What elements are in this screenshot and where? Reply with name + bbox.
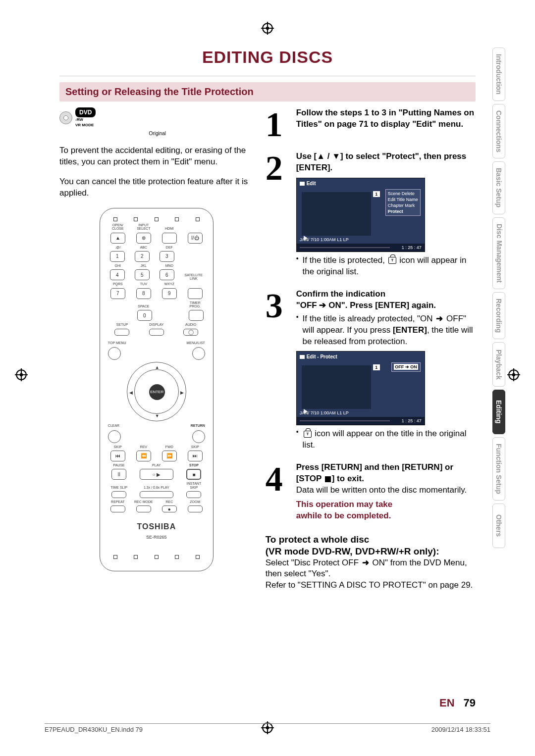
clear-label: CLEAR	[108, 423, 119, 428]
step-1: 1 Follow the steps 1 to 3 in "Putting Na…	[266, 107, 476, 142]
step-4-body: Data will be written onto the disc momen…	[296, 485, 476, 496]
step-3-note-2: icon will appear on the title in the ori…	[296, 428, 476, 451]
step-number: 1	[266, 107, 289, 142]
tab-introduction[interactable]: Introduction	[492, 48, 505, 101]
menu-list-button[interactable]	[192, 347, 205, 360]
content-area: EDITING DISCS Setting or Releasing the T…	[59, 48, 476, 591]
remote-control: OPEN/ CLOSE INPUT SELECT HDMI ▲ ⊕ I/⏻ .@…	[100, 208, 214, 571]
step-3-heading: Confirm the indication "OFF ➔ ON". Press…	[296, 289, 436, 310]
navigation-ring[interactable]: ENTER ▲ ▼ ◀ ▶	[127, 362, 186, 421]
toggle-value[interactable]: OFF ➔ ON	[394, 364, 418, 370]
stop-icon	[325, 476, 331, 482]
tab-basic-setup[interactable]: Basic Setup	[492, 161, 505, 214]
menu-item[interactable]: Edit Title Name	[388, 197, 418, 202]
whole-disc-heading: To protect a whole disc (VR mode DVD-RW,…	[266, 534, 476, 557]
tab-playback[interactable]: Playback	[492, 342, 505, 387]
registration-mark-icon	[15, 368, 28, 381]
footer-meta: E7PEAUD_DR430KU_EN.indd 79 2009/12/14 18…	[45, 723, 490, 733]
satellite-button[interactable]	[188, 288, 203, 299]
clear-button[interactable]	[108, 430, 121, 443]
step-2-note: If the title is protected, icon will app…	[296, 255, 476, 278]
speed-play-button[interactable]	[140, 491, 173, 498]
enter-button[interactable]: ENTER	[149, 384, 165, 400]
time-slip-button[interactable]	[111, 491, 126, 498]
edit-protect-screen: Edit - Protect 1 OFF ➔ ON JAN/ 7/10 1:00…	[296, 351, 425, 425]
return-label: RETURN	[191, 423, 205, 428]
tab-others[interactable]: Others	[492, 504, 505, 548]
up-triangle-icon: ▲	[317, 151, 325, 161]
play-button[interactable]: ○ ▶	[140, 469, 173, 480]
preview-thumb	[302, 365, 371, 409]
up-arrow-icon[interactable]: ▲	[155, 364, 160, 370]
tab-function-setup[interactable]: Function Setup	[492, 437, 505, 501]
instant-skip-button[interactable]	[186, 491, 201, 498]
keypad-6[interactable]: 6	[160, 269, 174, 280]
return-button[interactable]	[192, 430, 205, 443]
menu-item[interactable]: Scene Delete	[388, 191, 418, 197]
display-button[interactable]	[149, 329, 164, 336]
disc-icon	[59, 111, 72, 124]
keypad-9[interactable]: 9	[162, 288, 177, 299]
lock-icon	[304, 431, 312, 438]
pause-button[interactable]: II	[111, 469, 126, 480]
down-arrow-icon[interactable]: ▼	[155, 413, 160, 419]
menu-item[interactable]: Chapter Mark	[388, 202, 418, 208]
keypad-3[interactable]: 3	[160, 251, 174, 262]
page-number: EN79	[439, 697, 476, 709]
hdmi-button[interactable]	[162, 233, 177, 244]
menu-item-protect[interactable]: Protect	[388, 208, 418, 214]
top-menu-button[interactable]	[108, 347, 121, 360]
repeat-button[interactable]	[110, 505, 125, 512]
tab-editing[interactable]: Editing	[492, 390, 505, 434]
tab-recording[interactable]: Recording	[492, 292, 505, 339]
remote-label: HDMI	[160, 227, 179, 230]
step-4-heading: Press [RETURN] and then [RETURN] or [STO…	[296, 462, 453, 483]
keypad-7[interactable]: 7	[110, 288, 125, 299]
registration-mark-icon	[261, 22, 274, 35]
right-column: 1 Follow the steps 1 to 3 in "Putting Na…	[266, 107, 476, 591]
input-select-button[interactable]: ⊕	[136, 233, 151, 244]
keypad-8[interactable]: 8	[136, 288, 151, 299]
keypad-2[interactable]: 2	[135, 251, 150, 262]
skip-back-button[interactable]: ⏮	[110, 451, 125, 461]
audio-button[interactable]: ◯	[183, 329, 198, 336]
protect-toggle: OFF ➔ ON	[391, 362, 421, 371]
right-arrow-icon: ➜	[362, 557, 369, 569]
ui-title-text: Edit	[307, 180, 316, 187]
footer-file: E7PEAUD_DR430KU_EN.indd 79	[45, 726, 143, 733]
timer-prog-button[interactable]	[189, 310, 204, 321]
remote-model: SE-R0265	[105, 534, 208, 540]
title-index: 1	[373, 364, 380, 370]
ui-footer: JAN/ 7/10 1:00AM L1 LP	[300, 237, 422, 243]
edit-menu: Scene Delete Edit Title Name Chapter Mar…	[385, 189, 421, 216]
setup-button[interactable]	[114, 329, 129, 336]
left-arrow-icon[interactable]: ◀	[129, 390, 133, 396]
title-icon	[300, 355, 305, 359]
keypad-0[interactable]: 0	[137, 310, 152, 321]
rev-button[interactable]: ⏪	[136, 451, 151, 461]
registration-mark-icon	[507, 368, 520, 381]
stop-button[interactable]: ■	[186, 469, 201, 480]
skip-fwd-button[interactable]: ⏭	[188, 451, 203, 461]
right-arrow-icon: ➜	[436, 313, 443, 325]
keypad-1[interactable]: 1	[110, 251, 125, 262]
right-arrow-icon[interactable]: ▶	[180, 390, 184, 396]
remote-label: INPUT SELECT	[134, 223, 153, 231]
footer-date: 2009/12/14 18:33:51	[431, 726, 490, 733]
rec-mode-button[interactable]	[136, 505, 151, 512]
ui-time: 1 : 25 : 47	[402, 245, 422, 251]
section-heading: Setting or Releasing the Title Protectio…	[59, 82, 476, 101]
fwd-button[interactable]: ⏩	[162, 451, 177, 461]
step-4-note: This operation may take awhile to be com…	[296, 499, 476, 522]
zoom-button[interactable]	[188, 505, 203, 512]
top-menu-label: TOP MENU	[108, 341, 126, 345]
open-close-button[interactable]: ▲	[110, 233, 125, 244]
power-button[interactable]: I/⏻	[188, 233, 203, 244]
step-number: 4	[266, 462, 289, 522]
keypad-4[interactable]: 4	[110, 269, 125, 280]
rec-button[interactable]: ●	[162, 505, 177, 512]
tab-disc-management[interactable]: Disc Management	[492, 217, 505, 289]
tab-connections[interactable]: Connections	[492, 104, 505, 159]
keypad-5[interactable]: 5	[135, 269, 150, 280]
title-icon	[300, 182, 305, 186]
